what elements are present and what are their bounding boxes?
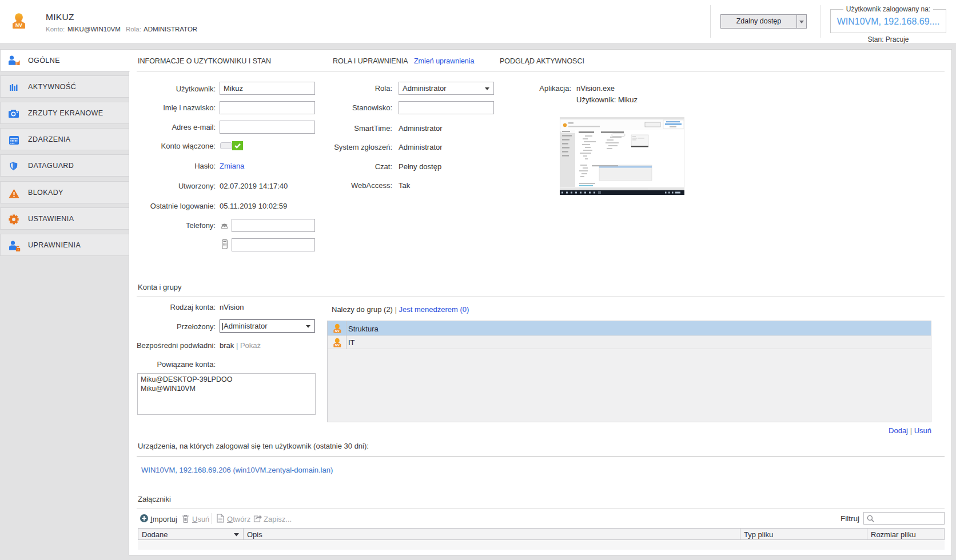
svg-text:NV: NV (335, 329, 340, 333)
svg-text:NV: NV (335, 343, 340, 347)
svg-text:NV: NV (15, 22, 22, 28)
